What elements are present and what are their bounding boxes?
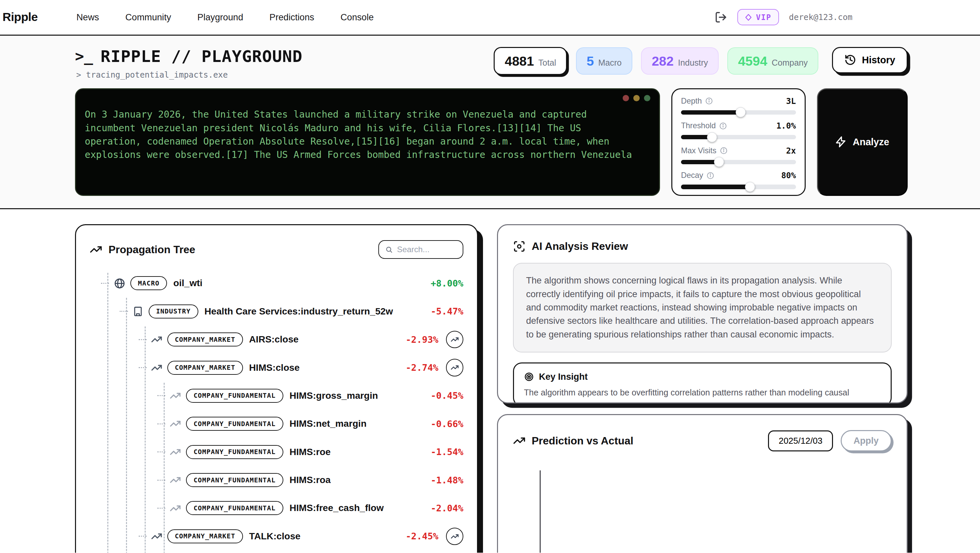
traffic-green-icon (644, 95, 650, 101)
date-input[interactable] (768, 431, 833, 451)
nav-item-playground[interactable]: Playground (197, 12, 243, 23)
trending-up-icon (151, 362, 162, 373)
nav-item-news[interactable]: News (76, 12, 99, 23)
tree-row[interactable]: COMPANY_MARKETTALK:close-2.45% (90, 526, 463, 547)
tree-row[interactable]: COMPANY_FUNDAMENTALHIMS:net_margin-0.66% (90, 413, 463, 434)
tree-search-box[interactable] (378, 240, 463, 259)
node-name: HIMS:gross_margin (290, 391, 378, 401)
brand-logo[interactable]: Ripple (3, 10, 38, 24)
vip-badge[interactable]: VIP (737, 9, 779, 25)
top-nav: Ripple NewsCommunityPlaygroundPrediction… (0, 0, 980, 36)
traffic-red-icon (623, 95, 629, 101)
news-terminal[interactable]: On 3 January 2026, the United States lau… (75, 88, 660, 196)
param-label: Threshold (681, 121, 716, 130)
slider-track-depth[interactable] (681, 110, 796, 114)
tree-row[interactable]: INDUSTRYHealth Care Services:industry_re… (90, 301, 463, 322)
slider-track-max-visits[interactable] (681, 160, 796, 164)
trending-up-icon (170, 418, 181, 429)
tree-search-input[interactable] (397, 245, 457, 254)
param-value: 3L (786, 96, 795, 106)
node-impact-value: -2.93% (406, 334, 438, 345)
param-value: 80% (781, 170, 796, 180)
tree-row[interactable]: COMPANY_FUNDAMENTALHIMS:roa-1.48% (90, 469, 463, 491)
analyze-button[interactable]: Analyze (817, 88, 908, 196)
param-label: Depth (681, 97, 702, 106)
node-impact-value: -2.74% (406, 362, 438, 373)
parameter-decay: Decay80% (681, 170, 796, 189)
building-icon (132, 306, 144, 317)
open-chart-button[interactable] (446, 359, 464, 377)
node-name: AIRS:close (249, 334, 298, 345)
parameter-max-visits: Max Visits2x (681, 146, 796, 164)
tree-connector (138, 536, 147, 537)
stat-chip-macro: 5Macro (576, 47, 632, 75)
stat-value: 4881 (505, 54, 534, 68)
node-type-badge: COMPANY_MARKET (167, 529, 243, 543)
trending-up-icon (90, 243, 102, 256)
traffic-yellow-icon (633, 95, 640, 101)
node-name: HIMS:net_margin (290, 418, 366, 429)
tree-row[interactable]: COMPANY_FUNDAMENTALHIMS:free_cash_flow-2… (90, 498, 463, 519)
slider-track-threshold[interactable] (681, 135, 796, 139)
history-button[interactable]: History (832, 47, 907, 73)
target-icon (524, 372, 534, 382)
logout-icon[interactable] (715, 11, 727, 24)
info-icon[interactable] (719, 122, 727, 130)
apply-button[interactable]: Apply (841, 430, 892, 451)
node-name: HIMS:close (249, 362, 300, 373)
trending-up-icon (151, 334, 162, 345)
tree-row[interactable]: MACROoil_wti+8.00% (90, 273, 463, 294)
trending-up-icon (170, 447, 181, 458)
trending-up-icon (170, 390, 181, 401)
node-impact-value: -2.45% (406, 531, 438, 541)
node-impact-value: +8.00% (431, 278, 463, 289)
prediction-chart (513, 470, 892, 553)
tree-connector (158, 480, 165, 481)
trending-up-icon (513, 434, 526, 447)
page-subtitle: > tracing_potential_impacts.exe (76, 70, 303, 79)
stat-chip-industry: 282Industry (641, 47, 719, 75)
page-title: RIPPLE // PLAYGROUND (101, 47, 303, 66)
tree-row[interactable]: COMPANY_FUNDAMENTALHIMS:gross_margin-0.4… (90, 385, 463, 407)
open-chart-button[interactable] (446, 528, 464, 545)
tree-row[interactable]: COMPANY_MARKETHIMS:close-2.74% (90, 357, 463, 378)
node-name: HIMS:free_cash_flow (290, 503, 383, 513)
vip-label: VIP (756, 13, 772, 22)
slider-handle[interactable] (707, 132, 717, 142)
slider-handle[interactable] (745, 182, 755, 192)
nav-item-console[interactable]: Console (340, 12, 374, 23)
node-name: Health Care Services:industry_return_52w (204, 306, 393, 317)
param-value: 2x (786, 146, 795, 156)
tree-row[interactable]: COMPANY_FUNDAMENTALHIMS:roe-1.54% (90, 442, 463, 463)
node-type-badge: COMPANY_MARKET (167, 361, 243, 375)
info-icon[interactable] (706, 172, 714, 180)
node-type-badge: MACRO (130, 276, 167, 290)
node-impact-value: -2.04% (431, 503, 463, 513)
node-impact-value: -0.45% (431, 391, 463, 401)
tree-row[interactable]: COMPANY_MARKETAIRS:close-2.93% (90, 329, 463, 350)
slider-handle[interactable] (714, 157, 724, 167)
prediction-panel: Prediction vs Actual Apply (497, 414, 908, 553)
open-chart-button[interactable] (446, 331, 464, 348)
nav-right: VIP derek@123.com (715, 9, 852, 25)
diamond-icon (745, 13, 752, 22)
nav-item-community[interactable]: Community (125, 12, 171, 23)
tree-connector (158, 395, 165, 396)
node-type-badge: COMPANY_FUNDAMENTAL (186, 417, 283, 431)
node-name: HIMS:roe (290, 447, 330, 458)
tree-connector (101, 283, 109, 284)
ai-panel-title: AI Analysis Review (532, 240, 628, 253)
node-impact-value: -1.48% (431, 475, 463, 485)
ai-review-text: The algorithm shows concerning logical f… (513, 263, 892, 353)
key-insight-title: Key Insight (539, 372, 588, 382)
param-label: Decay (681, 171, 703, 180)
slider-track-decay[interactable] (681, 184, 796, 189)
nav-item-predictions[interactable]: Predictions (269, 12, 314, 23)
stat-label: Total (538, 58, 556, 68)
node-name: oil_wti (173, 278, 202, 289)
node-type-badge: COMPANY_FUNDAMENTAL (186, 445, 283, 459)
info-icon[interactable] (705, 97, 713, 105)
stat-label: Company (772, 58, 808, 68)
slider-handle[interactable] (736, 107, 746, 117)
info-icon[interactable] (720, 146, 728, 154)
